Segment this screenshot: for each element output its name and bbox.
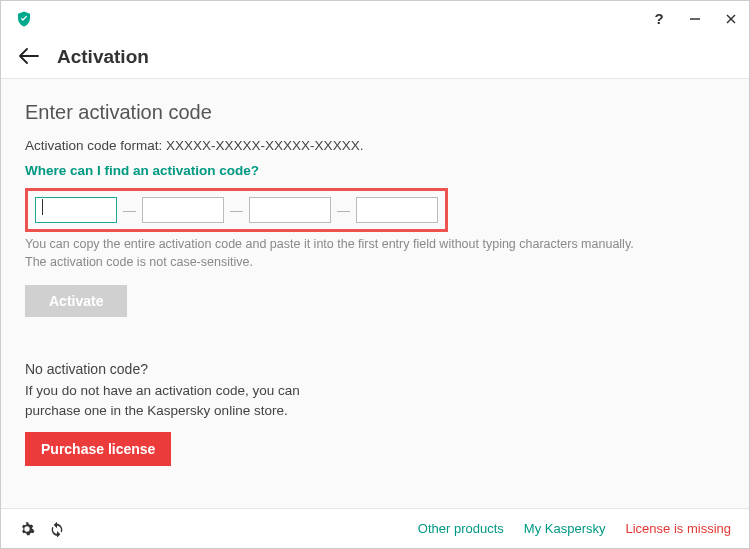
activate-button[interactable]: Activate xyxy=(25,285,127,317)
footer-bar: Other products My Kaspersky License is m… xyxy=(1,508,749,548)
other-products-link[interactable]: Other products xyxy=(418,521,504,536)
window-controls: ? xyxy=(641,1,749,36)
gear-icon[interactable] xyxy=(19,521,35,537)
find-code-help-link[interactable]: Where can I find an activation code? xyxy=(25,163,259,178)
no-code-question: No activation code? xyxy=(25,361,725,377)
code-separator: — xyxy=(230,203,243,218)
kaspersky-shield-icon xyxy=(15,10,33,28)
titlebar: ? xyxy=(1,1,749,36)
page-title: Activation xyxy=(57,46,149,68)
footer-links: Other products My Kaspersky License is m… xyxy=(418,521,731,536)
hint-text: You can copy the entire activation code … xyxy=(25,236,725,271)
back-arrow-icon[interactable] xyxy=(19,47,39,67)
hint-line-1: You can copy the entire activation code … xyxy=(25,236,725,254)
no-code-text: If you do not have an activation code, y… xyxy=(25,381,335,420)
content-area: Enter activation code Activation code fo… xyxy=(1,79,749,508)
code-input-3[interactable] xyxy=(249,197,331,223)
close-button[interactable] xyxy=(713,1,749,36)
code-separator: — xyxy=(337,203,350,218)
hint-line-2: The activation code is not case-sensitiv… xyxy=(25,254,725,272)
help-button[interactable]: ? xyxy=(641,1,677,36)
header-row: Activation xyxy=(1,36,749,79)
format-label: Activation code format: XXXXX-XXXXX-XXXX… xyxy=(25,138,725,153)
license-missing-link[interactable]: License is missing xyxy=(626,521,732,536)
my-kaspersky-link[interactable]: My Kaspersky xyxy=(524,521,606,536)
code-input-row: — — — xyxy=(35,197,438,223)
refresh-icon[interactable] xyxy=(49,521,65,537)
code-input-highlight: — — — xyxy=(25,188,448,232)
section-heading: Enter activation code xyxy=(25,101,725,124)
footer-icons xyxy=(19,521,65,537)
minimize-button[interactable] xyxy=(677,1,713,36)
code-separator: — xyxy=(123,203,136,218)
code-input-1[interactable] xyxy=(35,197,117,223)
purchase-license-button[interactable]: Purchase license xyxy=(25,432,171,466)
code-input-4[interactable] xyxy=(356,197,438,223)
code-input-2[interactable] xyxy=(142,197,224,223)
